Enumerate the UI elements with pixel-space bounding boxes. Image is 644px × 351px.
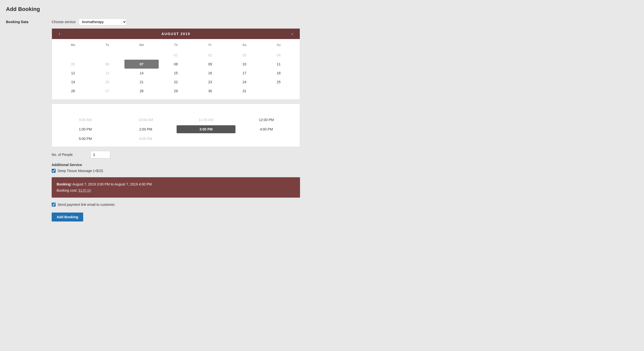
calendar-day[interactable]: 11: [262, 60, 296, 69]
calendar-day[interactable]: 23: [193, 78, 227, 87]
calendar-day: [56, 51, 90, 60]
calendar-day: [90, 51, 124, 60]
calendar-day: [124, 51, 159, 60]
calendar-day[interactable]: 21: [124, 78, 159, 87]
calendar-day[interactable]: 07: [124, 60, 159, 69]
calendar-day: 27: [90, 87, 124, 96]
time-prev-button[interactable]: ‹: [56, 107, 61, 112]
time-grid: 9:00 AM10:00 AM11:00 AM12:00 PM1:00 PM2:…: [52, 115, 300, 147]
time-slot[interactable]: 2:00 PM: [116, 125, 175, 133]
additional-service-title: Additional Service: [52, 163, 300, 167]
time-slot: 9:00 AM: [56, 116, 115, 124]
time-slot: 10:00 AM: [116, 116, 175, 124]
choose-service-label: Choose service: [52, 20, 76, 24]
calendar-day: 02: [193, 51, 227, 60]
calendar-day[interactable]: 08: [159, 60, 193, 69]
time-slot[interactable]: 1:00 PM: [56, 125, 115, 133]
time-slot[interactable]: 12:00 PM: [237, 116, 296, 124]
no-of-people-label: No. of People: [52, 153, 86, 157]
calendar-weekdays: MoTuWeThFrSaSu: [56, 41, 296, 49]
booking-cost-link[interactable]: $135.00: [78, 188, 91, 192]
time-next-button[interactable]: ›: [290, 107, 296, 112]
weekday-label: Su: [262, 41, 296, 49]
calendar: ‹ AUGUST 2019 › MoTuWeThFrSaSu 010203040…: [52, 28, 300, 100]
calendar-day[interactable]: 31: [227, 87, 262, 96]
time-picker: ‹ › 9:00 AM10:00 AM11:00 AM12:00 PM1:00 …: [52, 104, 300, 147]
weekday-label: Th: [159, 41, 193, 49]
calendar-day: 03: [227, 51, 262, 60]
calendar-days: 0102030405060708091011121314151617181920…: [56, 51, 296, 96]
time-slot[interactable]: 5:00 PM: [56, 135, 115, 143]
additional-service-label: Deep Tissue Massage (+$15): [58, 169, 103, 173]
calendar-day[interactable]: 15: [159, 69, 193, 78]
time-slot: 6:00 PM: [116, 135, 175, 143]
calendar-day: 06: [90, 60, 124, 69]
service-select[interactable]: AromatherapyDeep Tissue MassageSwedish M…: [79, 19, 127, 25]
calendar-day: 05: [56, 60, 90, 69]
send-payment-row[interactable]: Send payment link email to customer.: [52, 203, 300, 207]
time-slot[interactable]: 3:00 PM: [176, 125, 236, 133]
no-of-people-input[interactable]: [90, 151, 110, 158]
send-payment-checkbox[interactable]: [52, 203, 56, 207]
weekday-label: Sa: [227, 41, 262, 49]
calendar-day[interactable]: 18: [262, 69, 296, 78]
calendar-prev-button[interactable]: ‹: [57, 31, 62, 37]
calendar-day[interactable]: 16: [193, 69, 227, 78]
calendar-day[interactable]: 12: [56, 69, 90, 78]
booking-dates: August 7, 2019 3:00 PM to August 7, 2019…: [72, 182, 152, 186]
calendar-day[interactable]: 26: [56, 87, 90, 96]
calendar-day[interactable]: 09: [193, 60, 227, 69]
calendar-day[interactable]: 29: [159, 87, 193, 96]
calendar-day[interactable]: 30: [193, 87, 227, 96]
send-payment-label: Send payment link email to customer.: [58, 203, 116, 207]
calendar-day: 20: [90, 78, 124, 87]
calendar-day: 04: [262, 51, 296, 60]
additional-service-option[interactable]: Deep Tissue Massage (+$15): [52, 169, 300, 173]
calendar-day: [262, 87, 296, 96]
calendar-day[interactable]: 17: [227, 69, 262, 78]
calendar-day[interactable]: 24: [227, 78, 262, 87]
add-booking-button[interactable]: Add Booking: [52, 213, 83, 221]
calendar-day[interactable]: 28: [124, 87, 159, 96]
calendar-day[interactable]: 19: [56, 78, 90, 87]
calendar-day: 13: [90, 69, 124, 78]
weekday-label: Tu: [90, 41, 124, 49]
calendar-day[interactable]: 22: [159, 78, 193, 87]
booking-summary: Booking: August 7, 2019 3:00 PM to Augus…: [52, 177, 300, 198]
additional-service-checkbox[interactable]: [52, 169, 56, 173]
page-title: Add Booking: [6, 6, 638, 13]
weekday-label: We: [124, 41, 159, 49]
cost-label: Booking cost:: [57, 188, 78, 192]
calendar-day[interactable]: 10: [227, 60, 262, 69]
calendar-month-title: AUGUST 2019: [162, 32, 190, 36]
time-slot[interactable]: 4:00 PM: [237, 125, 296, 133]
booking-label: Booking:: [57, 182, 72, 186]
calendar-day: 01: [159, 51, 193, 60]
time-slot: 11:00 AM: [176, 116, 236, 124]
calendar-day[interactable]: 25: [262, 78, 296, 87]
section-label: Booking Data: [6, 19, 46, 24]
calendar-day[interactable]: 14: [124, 69, 159, 78]
weekday-label: Fr: [193, 41, 227, 49]
calendar-next-button[interactable]: ›: [290, 31, 295, 37]
weekday-label: Mo: [56, 41, 90, 49]
